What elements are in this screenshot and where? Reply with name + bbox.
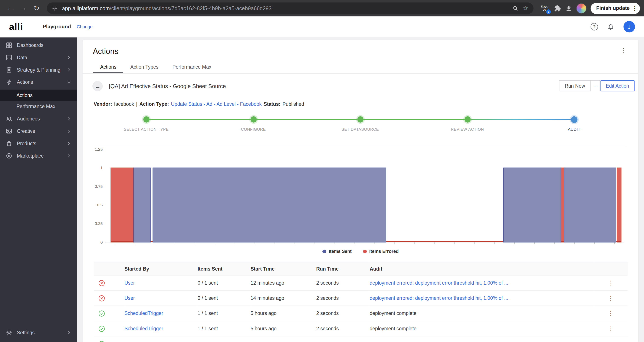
step-select-action-type[interactable] xyxy=(143,116,149,123)
sidebar-item-label: Settings xyxy=(17,330,35,335)
dashboards-grid-icon xyxy=(6,42,12,49)
alli-logo[interactable]: alli xyxy=(9,21,23,32)
legend-items-sent[interactable]: Items Sent xyxy=(323,249,352,254)
status-label: Status: xyxy=(264,101,280,107)
app-header: alli Playground Change ? J xyxy=(0,17,644,37)
sidebar-item-strategy-planning[interactable]: Strategy & Planning xyxy=(0,64,77,76)
column-header-run-time: Run Time xyxy=(316,262,370,275)
workspace-name: Playground xyxy=(43,24,71,30)
finish-update-label: Finish update xyxy=(596,5,630,11)
sidebar-item-dashboards[interactable]: Dashboards xyxy=(0,39,77,51)
started-by-link[interactable]: ScheduledTrigger xyxy=(124,325,163,331)
step-review-action[interactable] xyxy=(464,116,470,123)
sidebar-item-creative[interactable]: Creative xyxy=(0,125,77,137)
chevron-right-icon xyxy=(66,67,72,73)
sidebar-item-label: Audiences xyxy=(17,116,40,122)
status-value: Published xyxy=(282,101,304,107)
started-by-link[interactable]: User xyxy=(124,295,135,301)
start-time-cell: 5 hours ago xyxy=(250,306,316,321)
sidebar-item-actions[interactable]: Actions xyxy=(0,76,77,88)
extensions-puzzle-icon[interactable] xyxy=(554,5,561,12)
actions-submenu: Actions Performance Max xyxy=(0,88,77,113)
stepper-line-current xyxy=(468,119,574,120)
action-type-label: Action Type: xyxy=(140,101,169,107)
items-sent-cell: 1 / 1 sent xyxy=(198,321,251,336)
edit-action-button[interactable]: Edit Action xyxy=(600,80,634,91)
sidebar-item-data[interactable]: Data xyxy=(0,51,77,64)
sidebar-item-label: Strategy & Planning xyxy=(17,67,60,73)
action-meta: Vendor: facebook | Action Type: Update S… xyxy=(94,101,304,107)
audit-link[interactable]: deployment errored: deployment error thr… xyxy=(370,295,508,301)
start-time-cell: 5 hours ago xyxy=(250,321,316,336)
row-menu-button[interactable]: ⋮ xyxy=(594,295,628,301)
tab-actions[interactable]: Actions xyxy=(93,62,123,73)
browser-profile-avatar[interactable] xyxy=(576,3,586,13)
chart-legend: Items Sent Items Errored xyxy=(94,249,628,254)
sidebar-subitem-actions[interactable]: Actions xyxy=(0,90,77,101)
tabs-divider xyxy=(83,73,638,74)
main-content: Actions ⋮ Actions Action Types Performan… xyxy=(77,37,644,342)
items-sent-dot xyxy=(323,249,326,253)
forward-button[interactable]: → xyxy=(17,2,30,15)
step-set-datasource[interactable] xyxy=(357,116,363,123)
sidebar-subitem-performance-max[interactable]: Performance Max xyxy=(0,101,77,112)
legend-label: Items Sent xyxy=(329,249,352,254)
downloads-icon[interactable] xyxy=(565,5,572,12)
tab-action-types[interactable]: Action Types xyxy=(123,62,166,73)
site-info-icon[interactable] xyxy=(52,5,58,11)
extension-label-2: Up xyxy=(543,8,546,12)
start-time-cell: 14 minutes ago xyxy=(250,291,316,306)
people-icon xyxy=(6,116,12,122)
page-title: Actions xyxy=(93,47,118,56)
run-now-more-button[interactable]: ⋯ xyxy=(591,80,600,91)
svg-text:1: 1 xyxy=(100,166,103,170)
change-workspace-link[interactable]: Change xyxy=(77,24,92,29)
sidebar-item-label: Marketplace xyxy=(17,153,44,159)
run-time-cell: 2 seconds xyxy=(316,321,370,336)
start-time-cell: 12 minutes ago xyxy=(250,275,316,290)
legend-items-errored[interactable]: Items Errored xyxy=(363,249,399,254)
bookmark-star-icon[interactable]: ☆ xyxy=(523,5,528,12)
detail-back-button[interactable]: ← xyxy=(92,81,103,91)
action-type-link[interactable]: Update Status - Ad - Ad Level - Facebook xyxy=(171,101,262,107)
step-label: REVIEW ACTION xyxy=(451,127,484,131)
step-audit[interactable] xyxy=(571,116,578,123)
user-avatar[interactable]: J xyxy=(624,21,635,32)
column-header-items-sent: Items Sent xyxy=(198,262,251,275)
step-label: SELECT ACTION TYPE xyxy=(124,127,169,131)
run-now-button[interactable]: Run Now xyxy=(559,80,591,91)
svg-text:0.25: 0.25 xyxy=(95,222,103,226)
zoom-icon[interactable] xyxy=(512,5,519,11)
sidebar-item-settings[interactable]: Settings xyxy=(0,326,77,339)
tab-performance-max[interactable]: Performance Max xyxy=(166,62,218,73)
chevron-right-icon xyxy=(66,330,72,335)
sidebar-item-products[interactable]: Products xyxy=(0,137,77,150)
finish-update-button[interactable]: Finish update ⋮ xyxy=(590,3,640,14)
chevron-right-icon xyxy=(66,128,72,134)
omnibox[interactable]: app.alliplatform.com/client/playground/a… xyxy=(47,3,534,14)
back-button[interactable]: ← xyxy=(4,2,16,15)
started-by-link[interactable]: User xyxy=(124,280,135,286)
refresh-button[interactable]: ↻ xyxy=(30,2,43,15)
table-row: ScheduledTrigger 1 / 1 sent 5 hours ago … xyxy=(94,306,628,321)
page-menu-button[interactable]: ⋮ xyxy=(620,47,627,54)
browser-menu-icon[interactable]: ⋮ xyxy=(632,5,638,11)
step-configure[interactable] xyxy=(250,116,256,123)
days-extension-icon[interactable]: Days Up 3 xyxy=(539,3,550,14)
image-icon xyxy=(6,128,12,134)
audit-text: deployment complete xyxy=(370,310,416,316)
started-by-link[interactable]: ScheduledTrigger xyxy=(124,310,163,316)
notifications-bell-icon[interactable] xyxy=(607,23,614,31)
gear-icon xyxy=(6,329,12,336)
audit-link[interactable]: deployment errored: deployment error thr… xyxy=(370,280,508,286)
sidebar-item-audiences[interactable]: Audiences xyxy=(0,113,77,125)
sidebar-item-marketplace[interactable]: Marketplace xyxy=(0,150,77,162)
data-chart-icon xyxy=(6,54,12,61)
extension-label-1: Days xyxy=(541,5,548,8)
row-menu-button[interactable]: ⋮ xyxy=(594,310,628,317)
success-status-icon xyxy=(98,310,105,317)
table-row-partial xyxy=(94,336,628,342)
row-menu-button[interactable]: ⋮ xyxy=(594,325,628,332)
help-button[interactable]: ? xyxy=(590,23,598,31)
row-menu-button[interactable]: ⋮ xyxy=(594,279,628,286)
